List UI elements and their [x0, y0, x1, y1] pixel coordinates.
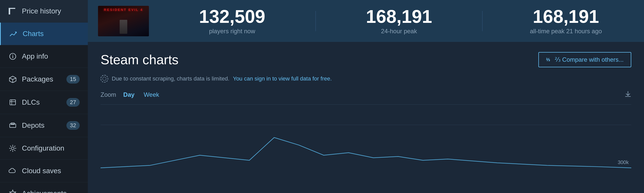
sidebar-item-dlcs[interactable]: DLCs 27 — [0, 91, 88, 114]
dlcs-badge: 27 — [66, 98, 80, 107]
notice-text: Due to constant scraping, charts data is… — [112, 75, 229, 82]
stat-number-all-time: 168,191 — [533, 7, 599, 26]
stat-all-time-peak: 168,191 all-time peak 21 hours ago — [498, 7, 634, 35]
sidebar-item-label: Price history — [22, 7, 61, 15]
stat-label-all-time: all-time peak 21 hours ago — [530, 28, 602, 35]
sidebar-item-price-history[interactable]: Price history — [0, 0, 88, 23]
sidebar-item-label: Packages — [22, 75, 53, 83]
sidebar: Price history Charts App info — [0, 0, 88, 193]
depots-badge: 32 — [66, 121, 80, 130]
sidebar-item-label: Charts — [23, 30, 44, 38]
sidebar-item-label: Configuration — [22, 144, 64, 152]
sidebar-item-label: Achievements — [22, 189, 67, 193]
sidebar-item-label: Cloud saves — [22, 167, 61, 175]
zoom-week-button[interactable]: Week — [142, 90, 161, 99]
app-info-icon — [8, 53, 17, 60]
main-content: RESIDENT EVIL 4 132,509 players right no… — [88, 0, 644, 193]
depots-icon — [8, 122, 17, 129]
game-thumbnail: RESIDENT EVIL 4 — [98, 6, 149, 36]
cloud-saves-icon — [8, 168, 17, 174]
achievements-icon — [8, 189, 17, 193]
sidebar-item-depots[interactable]: Depots 32 — [0, 114, 88, 137]
svg-point-4 — [12, 55, 13, 55]
sidebar-item-app-info[interactable]: App info — [0, 45, 88, 68]
svg-text:⅔: ⅔ — [546, 58, 550, 62]
svg-rect-9 — [10, 100, 16, 105]
compare-button-label: ⅔ Compare with others... — [555, 56, 624, 63]
packages-badge: 15 — [66, 75, 80, 84]
charts-section-title: Steam charts — [101, 52, 178, 67]
notice-bar: Due to constant scraping, charts data is… — [101, 75, 631, 83]
chart-area: 300k — [101, 104, 631, 175]
sidebar-item-label: App info — [22, 52, 48, 60]
packages-icon — [8, 76, 17, 83]
svg-line-7 — [9, 78, 13, 79]
stat-divider-1 — [315, 11, 316, 31]
notice-sign-in-link[interactable]: You can sign in to view full data for fr… — [233, 75, 332, 82]
sidebar-item-label: DLCs — [22, 98, 40, 106]
dlcs-icon — [8, 99, 17, 106]
svg-point-18 — [103, 77, 106, 81]
notice-icon — [101, 75, 108, 83]
sidebar-item-cloud-saves[interactable]: Cloud saves — [0, 160, 88, 182]
stat-label-peak-24h: 24-hour peak — [381, 28, 417, 35]
svg-rect-3 — [12, 56, 13, 58]
stat-divider-2 — [482, 11, 483, 31]
player-chart — [101, 105, 631, 175]
stat-label-players-now: players right now — [209, 28, 255, 35]
svg-point-14 — [11, 147, 14, 150]
chart-y-label-300k: 300k — [618, 159, 629, 165]
charts-section-header: Steam charts ⅔ ⅔ Compare with others... — [101, 52, 631, 67]
stat-number-peak-24h: 168,191 — [366, 7, 432, 26]
sidebar-item-configuration[interactable]: Configuration — [0, 137, 88, 160]
configuration-icon — [8, 144, 17, 152]
stats-header: RESIDENT EVIL 4 132,509 players right no… — [88, 0, 644, 42]
stat-peak-24h: 168,191 24-hour peak — [331, 7, 467, 35]
charts-icon — [9, 30, 18, 37]
zoom-day-button[interactable]: Day — [121, 90, 136, 99]
sidebar-item-charts[interactable]: Charts — [0, 23, 88, 45]
compare-button[interactable]: ⅔ ⅔ Compare with others... — [538, 52, 631, 67]
svg-line-8 — [13, 78, 16, 79]
svg-rect-1 — [9, 8, 15, 9]
zoom-controls: Zoom Day Week — [101, 90, 631, 99]
compare-icon: ⅔ — [546, 57, 552, 62]
stat-number-players-now: 132,509 — [199, 7, 265, 26]
sidebar-item-achievements[interactable]: Achievements — [0, 182, 88, 193]
stat-players-now: 132,509 players right now — [164, 7, 300, 35]
price-history-icon — [8, 8, 17, 14]
sidebar-item-packages[interactable]: Packages 15 — [0, 68, 88, 91]
sidebar-item-label: Depots — [22, 121, 45, 130]
charts-section: Steam charts ⅔ ⅔ Compare with others... … — [88, 42, 644, 193]
download-icon[interactable] — [625, 91, 631, 99]
zoom-label: Zoom — [101, 91, 116, 98]
